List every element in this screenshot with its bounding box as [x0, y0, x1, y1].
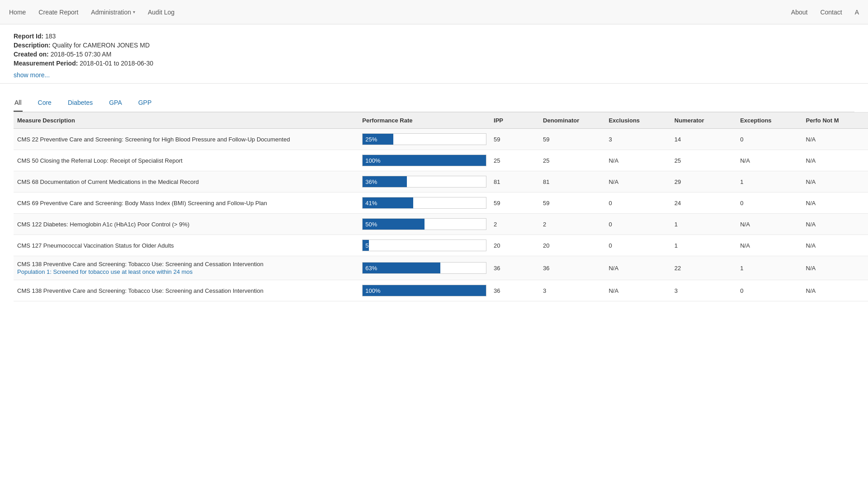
cell-exceptions: 1: [736, 256, 802, 280]
report-period-label: Measurement Period:: [14, 60, 78, 67]
tab-gpa[interactable]: GPA: [108, 96, 123, 112]
cell-exceptions: 0: [736, 280, 802, 301]
measures-table: Measure Description Performance Rate IPP…: [14, 112, 868, 301]
cell-exclusions: N/A: [605, 171, 670, 192]
progress-bar-container: 63%: [362, 262, 486, 274]
cell-denominator: 36: [539, 256, 605, 280]
cell-performance-rate: 100%: [359, 150, 490, 171]
cell-denominator: 59: [539, 192, 605, 214]
progress-bar-container: 100%: [362, 285, 486, 296]
th-performance-rate: Performance Rate: [359, 113, 490, 129]
navbar: Home Create Report Administration ▾ Audi…: [0, 0, 868, 24]
show-more-link[interactable]: show more...: [14, 71, 50, 79]
th-exclusions: Exclusions: [605, 113, 670, 129]
progress-bar-container: 5%: [362, 239, 486, 251]
cell-perf-not-met: N/A: [802, 214, 868, 235]
cell-description: CMS 138 Preventive Care and Screening: T…: [14, 280, 359, 301]
nav-audit-log[interactable]: Audit Log: [148, 9, 175, 16]
th-perf-not-met: Perfo Not M: [802, 113, 868, 129]
table-row: CMS 127 Pneumococcal Vaccination Status …: [14, 235, 868, 256]
progress-bar-container: 41%: [362, 197, 486, 209]
cell-ipp: 25: [490, 150, 539, 171]
th-exceptions: Exceptions: [736, 113, 802, 129]
cell-performance-rate: 25%: [359, 129, 490, 150]
cell-performance-rate: 41%: [359, 192, 490, 214]
progress-bar-fill: [363, 263, 440, 273]
cell-exceptions: 1: [736, 171, 802, 192]
nav-create-report[interactable]: Create Report: [38, 9, 78, 16]
report-created-label: Created on:: [14, 51, 49, 58]
tabs-section: All Core Diabetes GPA GPP: [0, 84, 868, 112]
tab-core[interactable]: Core: [37, 96, 52, 112]
cell-exclusions: 3: [605, 129, 670, 150]
table-row: CMS 138 Preventive Care and Screening: T…: [14, 256, 868, 280]
report-desc-row: Description: Quality for CAMERON JONES M…: [14, 42, 854, 49]
nav-left: Home Create Report Administration ▾ Audi…: [9, 9, 175, 16]
table-row: CMS 138 Preventive Care and Screening: T…: [14, 280, 868, 301]
cell-numerator: 24: [671, 192, 736, 214]
cell-ipp: 36: [490, 280, 539, 301]
cell-numerator: 14: [671, 129, 736, 150]
report-id-label: Report Id:: [14, 33, 43, 40]
cell-ipp: 81: [490, 171, 539, 192]
progress-bar-fill: [363, 219, 424, 230]
report-desc-label: Description:: [14, 42, 51, 49]
progress-bar-container: 50%: [362, 218, 486, 230]
cell-exclusions: N/A: [605, 150, 670, 171]
cell-description: CMS 138 Preventive Care and Screening: T…: [14, 256, 359, 280]
cell-performance-rate: 36%: [359, 171, 490, 192]
report-meta: Report Id: 183 Description: Quality for …: [0, 24, 868, 84]
tab-gpp[interactable]: GPP: [137, 96, 153, 112]
progress-bar-container: 25%: [362, 133, 486, 145]
report-created-val: 2018-05-15 07:30 AM: [51, 51, 112, 58]
cell-ipp: 59: [490, 192, 539, 214]
cell-numerator: 1: [671, 235, 736, 256]
progress-bar-fill: [363, 285, 486, 296]
cell-numerator: 25: [671, 150, 736, 171]
cell-perf-not-met: N/A: [802, 280, 868, 301]
progress-bar-fill: [363, 134, 393, 145]
report-created-row: Created on: 2018-05-15 07:30 AM: [14, 51, 854, 58]
report-id-row: Report Id: 183: [14, 33, 854, 40]
cell-exclusions: N/A: [605, 280, 670, 301]
sub-population-link[interactable]: Population 1: Screened for tobacco use a…: [17, 268, 355, 275]
table-row: CMS 122 Diabetes: Hemoglobin A1c (HbA1c)…: [14, 214, 868, 235]
cell-performance-rate: 5%: [359, 235, 490, 256]
tab-diabetes[interactable]: Diabetes: [67, 96, 94, 112]
nav-administration[interactable]: Administration ▾: [91, 9, 135, 16]
nav-contact[interactable]: Contact: [820, 9, 842, 16]
cell-exclusions: 0: [605, 192, 670, 214]
progress-bar-label: 5%: [363, 242, 486, 249]
report-period-row: Measurement Period: 2018-01-01 to 2018-0…: [14, 60, 854, 67]
th-numerator: Numerator: [671, 113, 736, 129]
cell-numerator: 1: [671, 214, 736, 235]
report-id-val: 183: [45, 33, 56, 40]
table-header-row: Measure Description Performance Rate IPP…: [14, 113, 868, 129]
cell-perf-not-met: N/A: [802, 150, 868, 171]
table-row: CMS 22 Preventive Care and Screening: Sc…: [14, 129, 868, 150]
nav-right: About Contact A: [791, 9, 859, 16]
nav-home[interactable]: Home: [9, 9, 26, 16]
cell-denominator: 81: [539, 171, 605, 192]
cell-ipp: 36: [490, 256, 539, 280]
th-ipp: IPP: [490, 113, 539, 129]
progress-bar-fill: [363, 240, 369, 251]
nav-about[interactable]: About: [791, 9, 808, 16]
cell-perf-not-met: N/A: [802, 129, 868, 150]
tabs: All Core Diabetes GPA GPP: [14, 96, 854, 112]
nav-user[interactable]: A: [855, 9, 859, 16]
cell-denominator: 25: [539, 150, 605, 171]
cell-denominator: 20: [539, 235, 605, 256]
cell-perf-not-met: N/A: [802, 192, 868, 214]
cell-exceptions: 0: [736, 129, 802, 150]
cell-performance-rate: 50%: [359, 214, 490, 235]
progress-bar-fill: [363, 197, 413, 208]
report-period-val: 2018-01-01 to 2018-06-30: [80, 60, 153, 67]
cell-exceptions: N/A: [736, 235, 802, 256]
tab-all[interactable]: All: [14, 96, 23, 112]
measures-table-wrapper: Measure Description Performance Rate IPP…: [0, 112, 868, 301]
cell-perf-not-met: N/A: [802, 256, 868, 280]
cell-exceptions: 0: [736, 192, 802, 214]
cell-description: CMS 22 Preventive Care and Screening: Sc…: [14, 129, 359, 150]
cell-ipp: 20: [490, 235, 539, 256]
